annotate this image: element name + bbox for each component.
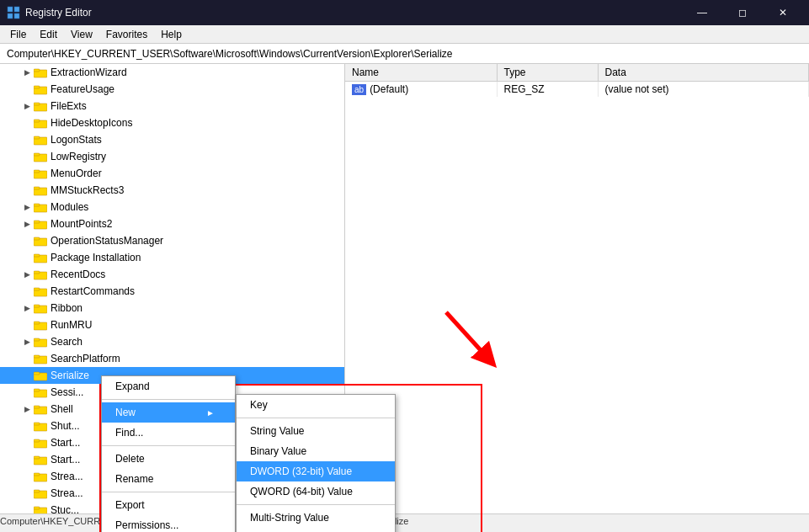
tree-expand-arrow[interactable]: ▶ — [20, 68, 34, 77]
cell-type: REG_SZ — [497, 82, 598, 98]
context-menu-panel: Expand New ► Find... Delete Rename Expor… — [101, 375, 236, 532]
tree-item[interactable]: ▶ FileExts — [0, 98, 344, 114]
tree-item-label: Start... — [51, 454, 80, 466]
right-panel: Name Type Data ab(Default)REG_SZ(value n… — [345, 64, 809, 513]
sub-dword-value[interactable]: DWORD (32-bit) Value — [237, 461, 395, 481]
tree-item[interactable]: ▶ Search — [0, 333, 344, 350]
maximize-button[interactable]: ◻ — [723, 0, 762, 25]
svg-rect-53 — [34, 473, 40, 476]
tree-item-label: RunMRU — [51, 319, 92, 331]
address-path: Computer\HKEY_CURRENT_USER\Software\Micr… — [7, 48, 453, 60]
folder-icon — [34, 201, 47, 213]
menu-help[interactable]: Help — [154, 25, 189, 43]
svg-rect-27 — [34, 254, 40, 257]
tree-expand-arrow[interactable]: ▶ — [20, 304, 34, 312]
tree-item[interactable]: ▶ MountPoints2 — [0, 215, 344, 232]
ctx-export[interactable]: Export — [102, 495, 235, 515]
minimize-button[interactable]: — — [683, 0, 721, 25]
ctx-permissions[interactable]: Permissions... — [102, 515, 235, 532]
tree-expand-arrow[interactable]: ▶ — [20, 203, 34, 211]
folder-icon — [34, 100, 47, 112]
tree-expand-arrow[interactable]: ▶ — [20, 220, 34, 228]
ctx-expand[interactable]: Expand — [102, 376, 235, 396]
tree-item[interactable]: MMStuckRects3 — [0, 182, 344, 199]
folder-icon — [34, 269, 47, 280]
folder-icon — [34, 151, 47, 162]
menu-bar: File Edit View Favorites Help — [0, 25, 809, 44]
tree-item[interactable]: RunMRU — [0, 317, 344, 333]
tree-item-label: FeatureUsage — [51, 83, 114, 95]
menu-favorites[interactable]: Favorites — [99, 25, 154, 43]
folder-icon — [34, 117, 47, 129]
ctx-rename[interactable]: Rename — [102, 469, 235, 489]
tree-item[interactable]: ▶ ExtractionWizard — [0, 64, 344, 81]
menu-edit[interactable]: Edit — [33, 25, 64, 43]
tree-item[interactable]: RestartCommands — [0, 283, 344, 300]
ctx-sep-2 — [102, 445, 235, 446]
tree-expand-arrow[interactable]: ▶ — [20, 405, 34, 413]
title-bar: Registry Editor — ◻ ✕ — [0, 0, 809, 25]
tree-item[interactable]: ▶ Ribbon — [0, 300, 344, 317]
tree-expand-arrow[interactable]: ▶ — [20, 338, 34, 346]
col-name: Name — [345, 64, 497, 82]
table-row[interactable]: ab(Default)REG_SZ(value not set) — [345, 82, 809, 98]
close-button[interactable]: ✕ — [764, 0, 802, 25]
svg-rect-13 — [34, 136, 40, 139]
tree-item-label: Shell — [51, 403, 73, 415]
svg-rect-0 — [8, 7, 13, 12]
ctx-find[interactable]: Find... — [102, 423, 235, 443]
tree-item-label: Ribbon — [51, 302, 82, 314]
menu-file[interactable]: File — [3, 25, 33, 43]
svg-rect-31 — [34, 288, 40, 290]
tree-item[interactable]: SearchPlatform — [0, 350, 344, 367]
svg-rect-3 — [14, 13, 19, 19]
tree-item[interactable]: LowRegistry — [0, 148, 344, 165]
sub-binary-value[interactable]: Binary Value — [237, 441, 395, 461]
tree-item-label: MMStuckRects3 — [51, 184, 124, 196]
tree-item[interactable]: Package Installation — [0, 249, 344, 266]
main-content: ▶ ExtractionWizard FeatureUsage▶ FileExt… — [0, 64, 809, 513]
menu-view[interactable]: View — [64, 25, 99, 43]
tree-item[interactable]: FeatureUsage — [0, 81, 344, 98]
regedit-icon — [7, 6, 20, 19]
tree-item[interactable]: OperationStatusManager — [0, 232, 344, 249]
svg-rect-5 — [34, 69, 40, 72]
svg-rect-49 — [34, 439, 40, 442]
svg-rect-57 — [34, 507, 40, 509]
tree-item-label: RecentDocs — [51, 269, 105, 280]
title-bar-left: Registry Editor — [7, 6, 92, 19]
tree-item-label: Modules — [51, 201, 88, 213]
folder-icon — [34, 504, 47, 513]
svg-rect-9 — [34, 103, 40, 105]
folder-icon — [34, 168, 47, 179]
context-menu: Expand New ► Find... Delete Rename Expor… — [101, 375, 236, 532]
folder-icon — [34, 285, 47, 297]
folder-icon — [34, 420, 47, 432]
tree-expand-arrow[interactable]: ▶ — [20, 102, 34, 110]
tree-item[interactable]: LogonStats — [0, 131, 344, 148]
tree-item[interactable]: MenuOrder — [0, 165, 344, 182]
ctx-new[interactable]: New ► — [102, 402, 235, 423]
tree-item[interactable]: ▶ Modules — [0, 199, 344, 215]
sub-sep-2 — [237, 504, 395, 505]
svg-rect-43 — [34, 389, 40, 391]
sub-string-value[interactable]: String Value — [237, 421, 395, 441]
svg-rect-33 — [34, 305, 40, 307]
tree-expand-arrow[interactable]: ▶ — [20, 270, 34, 279]
sub-expandable[interactable]: Expandable String Value — [237, 528, 395, 532]
tree-item-label: HideDesktopIcons — [51, 117, 132, 129]
tree-item-label: Strea... — [51, 487, 83, 499]
svg-rect-11 — [34, 120, 40, 122]
sub-qword-value[interactable]: QWORD (64-bit) Value — [237, 481, 395, 502]
svg-rect-39 — [34, 355, 40, 358]
sub-key[interactable]: Key — [237, 395, 395, 415]
sub-multi-string[interactable]: Multi-String Value — [237, 508, 395, 528]
folder-icon — [34, 353, 47, 364]
folder-icon — [34, 370, 47, 381]
folder-icon — [34, 218, 47, 230]
tree-item[interactable]: ▶ RecentDocs — [0, 266, 344, 283]
tree-item[interactable]: HideDesktopIcons — [0, 114, 344, 131]
svg-rect-15 — [34, 153, 40, 156]
svg-rect-29 — [34, 271, 40, 274]
ctx-delete[interactable]: Delete — [102, 449, 235, 469]
